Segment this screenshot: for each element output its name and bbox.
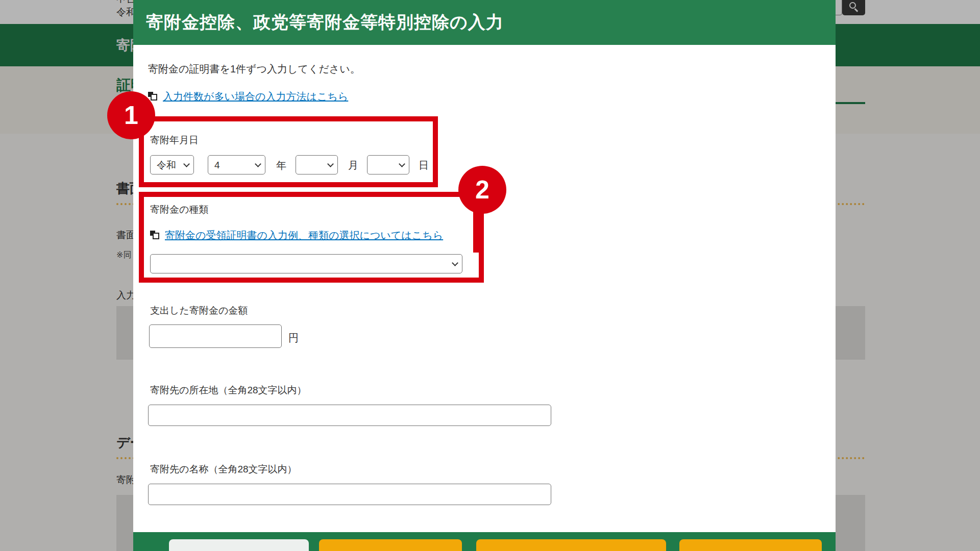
many-entries-link-row: 入力件数が多い場合の入力方法はこちら (148, 90, 348, 104)
year-select[interactable]: 4 (208, 155, 265, 174)
many-entries-link[interactable]: 入力件数が多い場合の入力方法はこちら (163, 90, 348, 104)
dialog-footer (133, 532, 836, 551)
donation-amount-input[interactable] (149, 324, 282, 348)
month-select[interactable] (296, 155, 338, 174)
type-examples-link[interactable]: 寄附金の受領証明書の入力例、種類の選択についてはこちら (165, 229, 443, 242)
day-select-wrap (367, 155, 409, 174)
donation-date-label: 寄附年月日 (150, 134, 199, 147)
yen-unit-label: 円 (288, 331, 299, 345)
screen: 申告 令和 寄附金控除 証明 書面 書面 ※同 入力 データ 寄附 (0, 0, 980, 551)
footer-button-action-1[interactable] (319, 539, 462, 551)
year-suffix-label: 年 (276, 159, 286, 172)
day-suffix-label: 日 (419, 159, 429, 172)
month-select-wrap (296, 155, 338, 174)
footer-button-action-2[interactable] (476, 539, 666, 551)
dialog-header: 寄附金控除、政党等寄附金等特別控除の入力 (133, 0, 836, 45)
month-suffix-label: 月 (348, 159, 358, 172)
type-examples-link-row: 寄附金の受領証明書の入力例、種類の選択についてはこちら (150, 229, 443, 242)
donation-type-select-wrap (150, 254, 462, 273)
recipient-address-label: 寄附先の所在地（全角28文字以内） (150, 384, 307, 397)
donation-input-dialog: 寄附金控除、政党等寄附金等特別控除の入力 寄附金の証明書を1件ずつ入力してくださ… (133, 0, 836, 551)
recipient-address-input[interactable] (148, 405, 551, 426)
annotation-box-1 (139, 116, 438, 187)
donation-type-label: 寄附金の種類 (150, 203, 208, 216)
annotation-badge-1: 1 (107, 91, 155, 139)
year-select-wrap: 4 (208, 155, 265, 174)
footer-button-action-3[interactable] (679, 539, 822, 551)
annotation-badge-2: 2 (458, 166, 506, 214)
recipient-name-input[interactable] (148, 484, 551, 505)
new-window-icon (150, 231, 160, 241)
donation-amount-label: 支出した寄附金の金額 (150, 304, 248, 317)
era-select-wrap: 令和 (150, 155, 194, 174)
era-select[interactable]: 令和 (150, 155, 194, 174)
dialog-title: 寄附金控除、政党等寄附金等特別控除の入力 (146, 11, 504, 34)
recipient-name-label: 寄附先の名称（全角28文字以内） (150, 463, 297, 476)
dialog-intro-text: 寄附金の証明書を1件ずつ入力してください。 (148, 62, 360, 76)
donation-type-select[interactable] (150, 254, 462, 273)
day-select[interactable] (367, 155, 409, 174)
footer-button-back[interactable] (169, 539, 309, 551)
